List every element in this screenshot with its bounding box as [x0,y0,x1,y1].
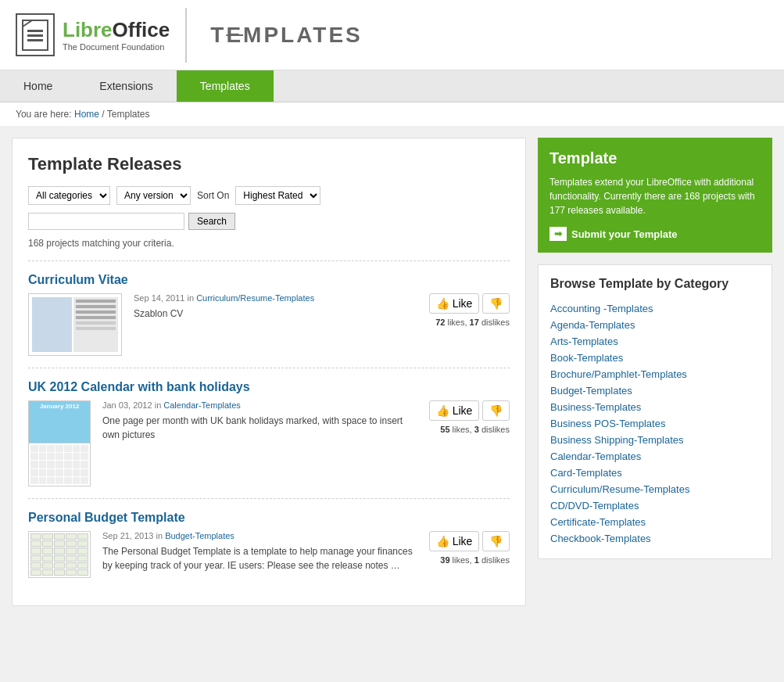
results-count: 168 projects matching your criteria. [28,238,510,249]
template-item-cv: Curriculum Vitae [28,260,510,368]
logo-icon [16,13,55,56]
promo-description: Templates extend your LibreOffice with a… [550,175,761,217]
template-actions-calendar: 👍 Like 👎 55 likes, 3 dislikes [429,400,510,434]
category-browse: Browse Template by Category Accounting -… [538,264,772,559]
category-link-agenda-templates[interactable]: Agenda-Templates [550,317,760,333]
page-title: Template Releases [28,154,510,174]
dislike-button-budget[interactable]: 👎 [482,531,510,551]
template-meta-cv: Sep 14, 2011 in Curriculum/Resume-Templa… [134,293,417,303]
template-desc-cv: Szablon CV [134,307,417,321]
logo-office: Office [113,18,170,41]
svg-rect-4 [27,39,43,41]
logo-text-group: LibreOffice The Document Foundation [63,18,170,52]
filters: All categories Any version Sort On Highe… [28,186,510,205]
search-button[interactable]: Search [188,213,235,230]
logo-area: LibreOffice The Document Foundation [16,8,187,63]
sort-label: Sort On [197,190,229,201]
breadcrumb-prefix: You are here: [16,109,72,120]
svg-rect-2 [27,30,43,32]
submit-template-link[interactable]: ➡ Submit your Template [550,227,761,241]
template-item-budget: Personal Budget Template Sep 21, 2013 [28,498,510,590]
template-date-budget: Sep 21, 2013 [102,531,153,540]
template-item-calendar: UK 2012 Calendar with bank holidays Janu… [28,368,510,498]
logo-tagline: The Document Foundation [63,42,170,52]
category-link-card-templates[interactable]: Card-Templates [550,465,760,481]
dislike-button-calendar[interactable]: 👎 [482,400,510,421]
category-select[interactable]: All categories [28,186,110,205]
like-button-cv[interactable]: 👍 Like [429,293,480,314]
template-category-calendar[interactable]: Calendar-Templates [163,400,240,410]
category-link-book-templates[interactable]: Book-Templates [550,350,760,366]
cal-grid [29,443,90,486]
header: LibreOffice The Document Foundation TEMP… [0,0,784,70]
template-desc-budget: The Personal Budget Template is a templa… [102,544,417,573]
like-button-budget[interactable]: 👍 Like [429,531,480,551]
category-link-brochure-pamphlet-templates[interactable]: Brochure/Pamphlet-Templates [550,366,760,382]
votes-calendar: 55 likes, 3 dislikes [429,425,510,434]
logo-libre: Libre [63,18,113,41]
template-category-budget[interactable]: Budget-Templates [165,531,234,540]
category-link-business-pos-templates[interactable]: Business POS-Templates [550,415,760,432]
category-link-arts-templates[interactable]: Arts-Templates [550,333,760,350]
like-button-calendar[interactable]: 👍 Like [429,400,480,421]
dislike-button-cv[interactable]: 👎 [482,293,510,314]
site-title-area: TEMPLATES [202,23,363,48]
template-thumbnail-cv [28,293,122,356]
nav-templates[interactable]: Templates [177,70,274,102]
search-input[interactable] [28,213,184,230]
category-link-cd-dvd-templates[interactable]: CD/DVD-Templates [550,497,760,514]
category-link-calendar-templates[interactable]: Calendar-Templates [550,448,760,465]
breadcrumb-home[interactable]: Home [74,109,99,120]
votes-budget: 39 likes, 1 dislikes [429,555,510,565]
template-title-budget[interactable]: Personal Budget Template [28,511,510,525]
cv-thumb-image [28,293,122,356]
budget-thumb-image [28,531,91,578]
dislike-count-budget: 1 [474,555,479,565]
category-link-business-shipping-templates[interactable]: Business Shipping-Templates [550,432,760,448]
template-body-budget: Sep 21, 2013 in Budget-Templates The Per… [28,531,510,578]
template-actions-budget: 👍 Like 👎 39 likes, 1 dislikes [429,531,510,565]
template-meta-budget: Sep 21, 2013 in Budget-Templates [102,531,417,540]
category-list: Accounting -TemplatesAgenda-TemplatesArt… [550,300,760,547]
category-link-business-templates[interactable]: Business-Templates [550,399,760,415]
category-link-certificate-templates[interactable]: Certificate-Templates [550,514,760,530]
nav-extensions[interactable]: Extensions [76,70,176,102]
template-date-calendar: Jan 03, 2012 [102,400,152,410]
template-info-cv: Sep 14, 2011 in Curriculum/Resume-Templa… [134,293,417,321]
sort-select[interactable]: Highest Rated [235,186,320,205]
dislike-count-calendar: 3 [474,425,479,434]
category-link-accounting--templates[interactable]: Accounting -Templates [550,300,760,317]
template-info-calendar: Jan 03, 2012 in Calendar-Templates One p… [102,400,417,442]
like-count-calendar: 55 [440,425,449,434]
nav-home[interactable]: Home [0,70,76,102]
template-date-cv: Sep 14, 2011 [134,293,184,303]
category-link-budget-templates[interactable]: Budget-Templates [550,382,760,399]
template-title-cv[interactable]: Curriculum Vitae [28,273,510,287]
votes-cv: 72 likes, 17 dislikes [429,318,510,327]
category-link-checkbook-templates[interactable]: Checkbook-Templates [550,530,760,547]
site-title: TEMPLATES [210,23,363,48]
search-box: Search [28,213,510,230]
dislike-count-cv: 17 [470,318,479,327]
version-select[interactable]: Any version [116,186,191,205]
cal-thumb-image: January 2012 [28,400,91,486]
template-title-calendar[interactable]: UK 2012 Calendar with bank holidays [28,380,510,394]
breadcrumb: You are here: Home / Templates [0,102,784,126]
browse-title: Browse Template by Category [550,277,760,291]
logo-name: LibreOffice [63,18,170,42]
template-actions-cv: 👍 Like 👎 72 likes, 17 dislikes [429,293,510,327]
main: Template Releases All categories Any ver… [0,126,784,618]
template-promo: Template Templates extend your LibreOffi… [538,138,772,253]
content: Template Releases All categories Any ver… [12,138,526,606]
breadcrumb-current: Templates [107,109,150,120]
template-body-calendar: January 2012 Jan 03, 2012 in Calendar-Te… [28,400,510,486]
template-desc-calendar: One page per month with UK bank holidays… [102,414,417,442]
sidebar: Template Templates extend your LibreOffi… [538,138,772,606]
category-link-curriculum-resume-templates[interactable]: Curriculum/Resume-Templates [550,481,760,497]
like-count-budget: 39 [440,555,449,565]
nav: Home Extensions Templates [0,70,784,102]
template-body-cv: Sep 14, 2011 in Curriculum/Resume-Templa… [28,293,510,356]
svg-rect-3 [27,34,43,37]
submit-label: Submit your Template [571,228,678,240]
template-category-cv[interactable]: Curriculum/Resume-Templates [196,293,314,303]
